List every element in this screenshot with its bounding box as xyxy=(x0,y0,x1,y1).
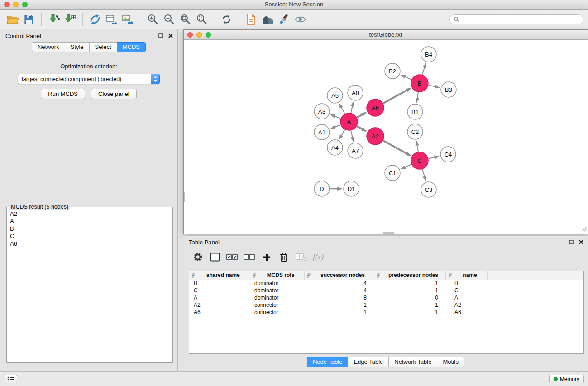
close-panel-icon[interactable] xyxy=(579,240,583,244)
tab-node-table[interactable]: Node Table xyxy=(307,357,349,367)
graph-node-D1[interactable]: D1 xyxy=(344,181,359,196)
graph-edge-C-C4[interactable] xyxy=(429,157,439,159)
graph-node-B3[interactable]: B3 xyxy=(441,82,456,97)
graph-node-A3[interactable]: A3 xyxy=(314,104,330,119)
graph-node-A[interactable]: A xyxy=(340,113,358,130)
table-cell[interactable]: 1 xyxy=(304,309,374,316)
table-cell[interactable]: 4 xyxy=(304,287,374,294)
select-all-columns-button[interactable] xyxy=(225,250,239,264)
graph-edge-B-B2[interactable] xyxy=(401,75,411,80)
export-image-button[interactable] xyxy=(120,11,136,28)
table-cell[interactable]: dominator xyxy=(250,287,304,294)
tab-style[interactable]: Style xyxy=(65,42,90,52)
function-builder-button[interactable]: f(x) xyxy=(311,250,325,264)
delete-column-button[interactable] xyxy=(277,250,291,264)
float-panel-icon[interactable] xyxy=(569,240,574,244)
graph-node-A5[interactable]: A5 xyxy=(327,88,343,103)
table-cell[interactable]: A xyxy=(189,294,250,301)
vertical-scrollbar-thumb[interactable] xyxy=(184,192,185,202)
graph-edge-A-A7[interactable] xyxy=(351,131,353,142)
graph-edge-B-B3[interactable] xyxy=(429,85,440,87)
column-header-predecessor-nodes[interactable]: predecessor nodes xyxy=(374,271,445,280)
optimization-criterion-select[interactable]: largest connected component (directed) xyxy=(18,74,160,84)
zoom-selected-button[interactable] xyxy=(193,11,210,28)
mcds-result-item[interactable]: B xyxy=(8,225,172,233)
graph-edge-A-A6[interactable] xyxy=(357,113,366,118)
show-details-button[interactable] xyxy=(292,11,308,28)
zoom-window-button[interactable] xyxy=(22,2,28,7)
graph-edge-C-C3[interactable] xyxy=(422,169,426,181)
import-table-button[interactable] xyxy=(62,11,78,28)
graph-edge-A-A3[interactable] xyxy=(331,115,341,119)
table-cell[interactable]: 1 xyxy=(374,301,445,309)
search-input[interactable] xyxy=(462,16,579,23)
zoom-out-button[interactable] xyxy=(161,11,177,28)
table-cell[interactable]: 1 xyxy=(374,309,445,316)
graph-edge-A2-C[interactable] xyxy=(383,141,411,156)
table-cell[interactable]: B xyxy=(189,280,250,287)
table-cell[interactable]: 1 xyxy=(304,301,374,309)
home-button[interactable] xyxy=(259,11,276,28)
table-row[interactable]: Bdominator41B xyxy=(189,280,583,287)
table-cell[interactable]: connector xyxy=(250,301,304,309)
import-network-button[interactable] xyxy=(46,11,62,28)
float-panel-icon[interactable] xyxy=(158,33,163,38)
graph-node-B4[interactable]: B4 xyxy=(421,47,436,62)
graph-node-C4[interactable]: C4 xyxy=(440,147,456,162)
task-history-button[interactable] xyxy=(5,375,17,383)
graph-node-C2[interactable]: C2 xyxy=(407,124,423,139)
tab-network-table[interactable]: Network Table xyxy=(388,357,437,367)
network-minimize-button[interactable] xyxy=(196,32,202,38)
graph-node-A4[interactable]: A4 xyxy=(327,140,343,155)
network-close-button[interactable] xyxy=(187,32,193,38)
tab-edge-table[interactable]: Edge Table xyxy=(348,357,389,367)
table-cell[interactable]: 1 xyxy=(374,280,445,287)
graph-edge-A-A2[interactable] xyxy=(357,126,366,131)
close-panel-button[interactable]: Close panel xyxy=(91,89,137,99)
table-cell[interactable]: dominator xyxy=(250,294,304,301)
close-window-button[interactable] xyxy=(4,2,10,7)
graph-node-C1[interactable]: C1 xyxy=(385,165,400,181)
new-document-button[interactable] xyxy=(243,11,259,28)
table-cell[interactable]: 1 xyxy=(374,287,445,294)
table-row[interactable]: Cdominator41C xyxy=(189,287,583,294)
run-mcds-button[interactable]: Run MCDS xyxy=(41,89,85,99)
export-network-button[interactable] xyxy=(87,11,103,28)
graph-node-B2[interactable]: B2 xyxy=(385,63,400,79)
graph-edge-C-C1[interactable] xyxy=(401,164,411,169)
show-columns-button[interactable] xyxy=(208,250,222,264)
style-button[interactable] xyxy=(276,11,292,28)
mcds-result-list[interactable]: A2ABCA6 xyxy=(8,210,172,362)
mcds-result-item[interactable]: A2 xyxy=(8,210,172,218)
table-cell[interactable]: 8 xyxy=(304,294,374,301)
zoom-in-button[interactable] xyxy=(144,11,161,28)
create-column-button[interactable] xyxy=(260,250,273,264)
network-graph[interactable]: AA1A2A3A4A5A6A7A8BB1B2B3B4CC1C2C3C4DD1 xyxy=(184,40,588,234)
network-zoom-button[interactable] xyxy=(206,32,211,38)
tab-motifs[interactable]: Motifs xyxy=(437,357,464,367)
graph-node-A2[interactable]: A2 xyxy=(367,128,384,145)
table-cell[interactable]: C xyxy=(445,287,487,294)
graph-node-C[interactable]: C xyxy=(411,152,428,169)
horizontal-scrollbar-thumb[interactable] xyxy=(383,232,394,234)
table-cell[interactable]: connector xyxy=(250,309,304,316)
table-row[interactable]: A2connector11A2 xyxy=(189,301,583,309)
table-cell[interactable]: A2 xyxy=(445,301,487,309)
tab-select[interactable]: Select xyxy=(89,42,117,52)
graph-node-A6[interactable]: A6 xyxy=(367,99,384,116)
table-cell[interactable]: A2 xyxy=(189,301,250,309)
open-file-button[interactable] xyxy=(5,11,21,28)
table-cell[interactable]: 4 xyxy=(304,280,374,287)
graph-edge-C-C2[interactable] xyxy=(416,141,418,152)
memory-button[interactable]: Memory xyxy=(549,375,584,383)
table-settings-button[interactable] xyxy=(191,250,205,264)
table-cell[interactable]: A6 xyxy=(445,309,487,316)
unselect-all-columns-button[interactable] xyxy=(243,250,256,264)
graph-edge-A-A4[interactable] xyxy=(339,130,344,139)
graph-edge-A-A5[interactable] xyxy=(339,104,345,114)
zoom-fit-button[interactable] xyxy=(177,11,193,28)
table-cell[interactable]: C xyxy=(189,287,250,294)
tab-network[interactable]: Network xyxy=(32,42,65,52)
column-header-name[interactable]: name xyxy=(445,271,487,280)
graph-node-A7[interactable]: A7 xyxy=(348,143,363,158)
